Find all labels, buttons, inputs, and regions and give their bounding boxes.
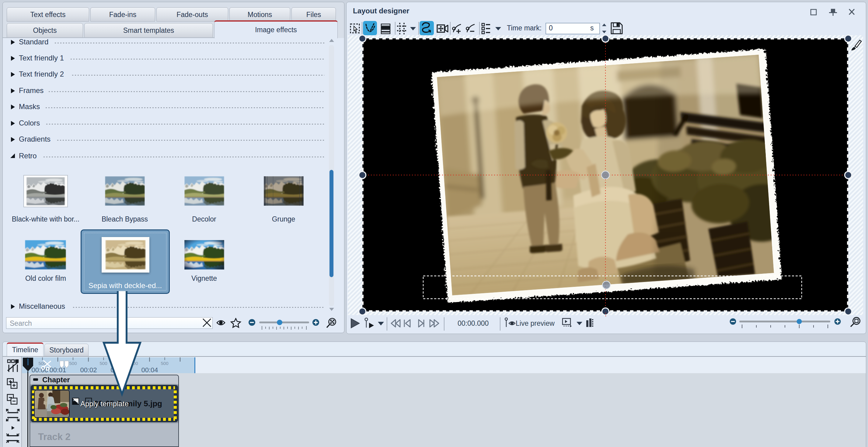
- svg-text:Live preview: Live preview: [516, 319, 555, 327]
- svg-text:00:00.000: 00:00.000: [458, 319, 489, 327]
- svg-text:500: 500: [69, 361, 77, 366]
- svg-text:A: A: [73, 399, 75, 402]
- svg-text:00:02: 00:02: [80, 366, 97, 373]
- svg-text:B: B: [76, 402, 78, 405]
- svg-text:500: 500: [161, 361, 168, 366]
